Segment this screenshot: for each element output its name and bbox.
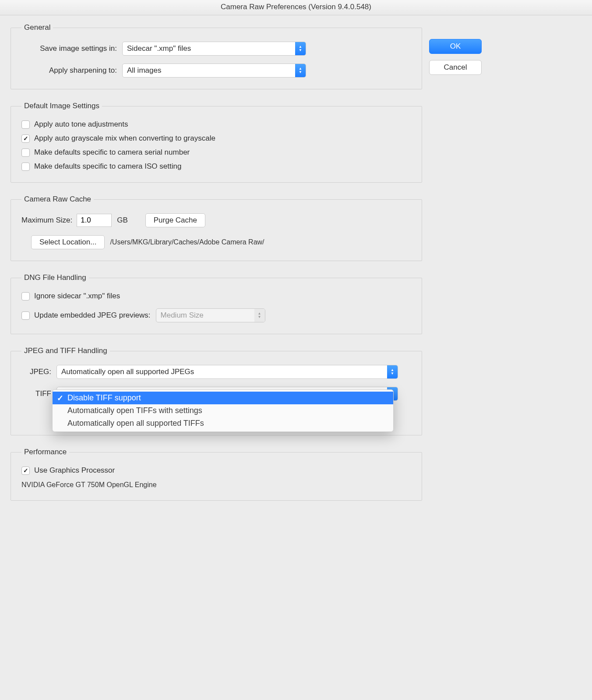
general-group: General Save image settings in: Sidecar … bbox=[11, 23, 422, 89]
save-settings-value: Sidecar ".xmp" files bbox=[123, 44, 295, 53]
max-size-input[interactable] bbox=[77, 214, 112, 227]
ignore-sidecar-label: Ignore sidecar ".xmp" files bbox=[34, 292, 120, 301]
performance-legend: Performance bbox=[21, 448, 69, 456]
auto-grayscale-checkbox[interactable] bbox=[21, 134, 30, 143]
updown-icon: ▲▼ bbox=[387, 365, 398, 378]
defaults-legend: Default Image Settings bbox=[21, 102, 102, 110]
performance-group: Performance Use Graphics Processor NVIDI… bbox=[11, 448, 422, 501]
sharpening-label: Apply sharpening to: bbox=[21, 66, 122, 75]
select-location-button[interactable]: Select Location... bbox=[31, 235, 105, 249]
jpeg-tiff-group: JPEG and TIFF Handling JPEG: Automatical… bbox=[11, 346, 422, 435]
defaults-group: Default Image Settings Apply auto tone a… bbox=[11, 102, 422, 183]
cache-legend: Camera Raw Cache bbox=[21, 195, 94, 204]
sharpening-value: All images bbox=[123, 66, 295, 75]
purge-cache-button[interactable]: Purge Cache bbox=[145, 213, 205, 227]
tiff-option-all-supported[interactable]: Automatically open all supported TIFFs bbox=[53, 417, 393, 430]
save-settings-select[interactable]: Sidecar ".xmp" files ▲▼ bbox=[122, 42, 306, 56]
ignore-sidecar-checkbox[interactable] bbox=[21, 292, 30, 301]
updown-icon: ▲▼ bbox=[295, 64, 306, 77]
jpeg-value: Automatically open all supported JPEGs bbox=[57, 368, 387, 376]
auto-grayscale-label: Apply auto grayscale mix when converting… bbox=[34, 134, 215, 143]
update-jpeg-checkbox[interactable] bbox=[21, 311, 30, 320]
max-size-label: Maximum Size: bbox=[21, 216, 72, 225]
auto-tone-checkbox[interactable] bbox=[21, 120, 30, 129]
tiff-option-with-settings[interactable]: Automatically open TIFFs with settings bbox=[53, 404, 393, 417]
jpeg-select[interactable]: Automatically open all supported JPEGs ▲… bbox=[56, 365, 398, 379]
dng-legend: DNG File Handling bbox=[21, 273, 89, 282]
update-jpeg-label: Update embedded JPEG previews: bbox=[34, 311, 151, 320]
iso-label: Make defaults specific to camera ISO set… bbox=[34, 162, 181, 171]
cache-path: /Users/MKG/Library/Caches/Adobe Camera R… bbox=[110, 238, 264, 246]
jpeg-preview-value: Medium Size bbox=[156, 311, 254, 320]
gb-label: GB bbox=[117, 216, 128, 225]
general-legend: General bbox=[21, 23, 53, 32]
dng-group: DNG File Handling Ignore sidecar ".xmp" … bbox=[11, 273, 422, 334]
gpu-label: Use Graphics Processor bbox=[34, 466, 115, 475]
gpu-checkbox[interactable] bbox=[21, 467, 30, 475]
tiff-label: TIFF bbox=[21, 389, 56, 398]
gpu-name: NVIDIA GeForce GT 750M OpenGL Engine bbox=[21, 481, 413, 489]
updown-icon: ▲▼ bbox=[254, 309, 265, 322]
serial-checkbox[interactable] bbox=[21, 148, 30, 157]
cache-group: Camera Raw Cache Maximum Size: GB Purge … bbox=[11, 195, 422, 261]
save-settings-label: Save image settings in: bbox=[21, 44, 122, 53]
window-title: Camera Raw Preferences (Version 9.4.0.54… bbox=[0, 0, 592, 15]
jpeg-label: JPEG: bbox=[21, 368, 56, 376]
sharpening-select[interactable]: All images ▲▼ bbox=[122, 64, 306, 78]
ok-button[interactable]: OK bbox=[429, 39, 482, 54]
jpeg-tiff-legend: JPEG and TIFF Handling bbox=[21, 346, 110, 355]
cancel-button[interactable]: Cancel bbox=[429, 60, 482, 75]
tiff-dropdown-menu[interactable]: Disable TIFF support Automatically open … bbox=[52, 389, 394, 432]
iso-checkbox[interactable] bbox=[21, 163, 30, 171]
serial-label: Make defaults specific to camera serial … bbox=[34, 148, 190, 157]
tiff-option-disable[interactable]: Disable TIFF support bbox=[53, 392, 393, 404]
auto-tone-label: Apply auto tone adjustments bbox=[34, 120, 128, 129]
updown-icon: ▲▼ bbox=[295, 42, 306, 55]
jpeg-preview-select: Medium Size ▲▼ bbox=[156, 308, 265, 322]
